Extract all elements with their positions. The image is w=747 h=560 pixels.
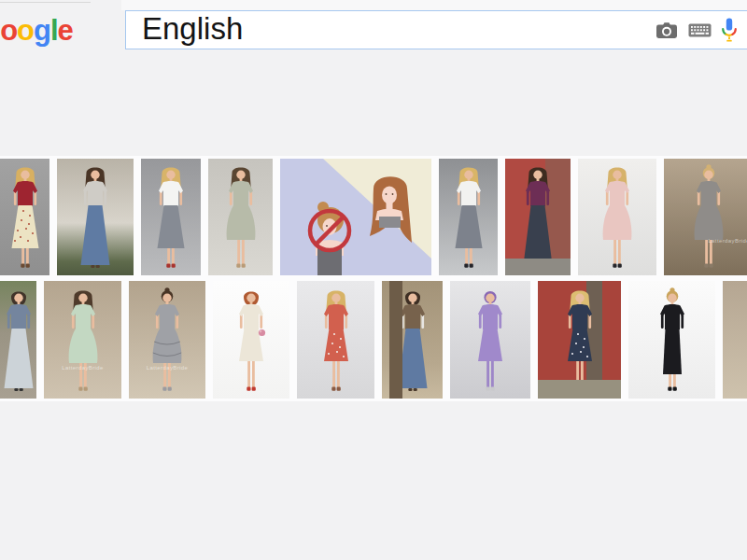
image-result[interactable] xyxy=(280,159,431,275)
image-result[interactable] xyxy=(382,281,443,399)
google-logo[interactable]: Google xyxy=(0,14,73,48)
image-result[interactable] xyxy=(208,159,273,275)
search-box-icons xyxy=(655,11,737,49)
image-result[interactable] xyxy=(0,281,36,399)
results-row-1: LatterdayBride xyxy=(0,159,747,275)
header-strip xyxy=(121,0,747,10)
logo-letter: l xyxy=(50,14,58,48)
camera-search-icon[interactable] xyxy=(655,21,678,39)
logo-letter: o xyxy=(17,14,34,48)
image-result[interactable] xyxy=(723,281,747,399)
search-input[interactable] xyxy=(126,11,637,47)
image-result[interactable] xyxy=(538,281,621,399)
keyboard-icon[interactable] xyxy=(688,23,712,37)
image-result[interactable] xyxy=(141,159,201,275)
browser-edge-line xyxy=(0,2,91,3)
search-box xyxy=(125,10,747,49)
microphone-icon[interactable] xyxy=(722,18,737,43)
image-result[interactable]: LatterdayBride xyxy=(129,281,205,399)
image-result[interactable] xyxy=(578,159,656,275)
image-result[interactable] xyxy=(439,159,498,275)
image-result[interactable] xyxy=(628,281,715,399)
image-result[interactable] xyxy=(0,159,49,275)
image-result[interactable] xyxy=(57,159,134,275)
image-result[interactable]: LatterdayBride xyxy=(664,159,747,275)
image-result[interactable] xyxy=(450,281,530,399)
results-row-2: LatterdayBrideLatterdayBride xyxy=(0,281,747,399)
logo-letter: g xyxy=(34,14,50,48)
logo-letter: e xyxy=(58,14,73,48)
image-result[interactable]: LatterdayBride xyxy=(44,281,121,399)
image-result[interactable] xyxy=(297,281,374,399)
image-result[interactable] xyxy=(213,281,289,399)
logo-letter: o xyxy=(0,14,17,48)
image-results-grid: LatterdayBride LatterdayBrideLatterdayBr… xyxy=(0,156,747,401)
google-images-page: Google LatterdayBride LatterdayBrideL xyxy=(0,0,747,560)
image-result[interactable] xyxy=(505,159,571,275)
